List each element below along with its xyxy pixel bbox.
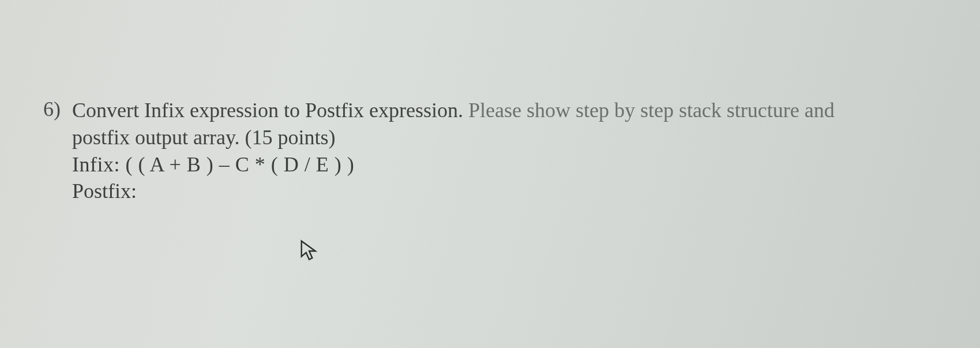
question-prompt-line2: postfix output array. (15 points) <box>72 124 968 151</box>
question-number: 6) <box>14 97 72 121</box>
question-prompt-line1: Convert Infix expression to Postfix expr… <box>72 97 968 124</box>
question-body: Convert Infix expression to Postfix expr… <box>72 97 968 205</box>
prompt-text-2: Please show step by step stack structure… <box>468 99 835 122</box>
infix-line: Infix: ( ( A + B ) – C * ( D / E ) ) <box>72 151 968 178</box>
infix-expression: ( ( A + B ) – C * ( D / E ) ) <box>125 153 354 176</box>
question-row: 6) Convert Infix expression to Postfix e… <box>14 97 968 205</box>
cursor-icon <box>300 240 318 263</box>
prompt-text-1: Convert Infix expression to Postfix expr… <box>72 99 468 122</box>
infix-label: Infix: <box>72 153 125 176</box>
postfix-line: Postfix: <box>72 178 968 205</box>
question-content: 6) Convert Infix expression to Postfix e… <box>14 97 968 205</box>
